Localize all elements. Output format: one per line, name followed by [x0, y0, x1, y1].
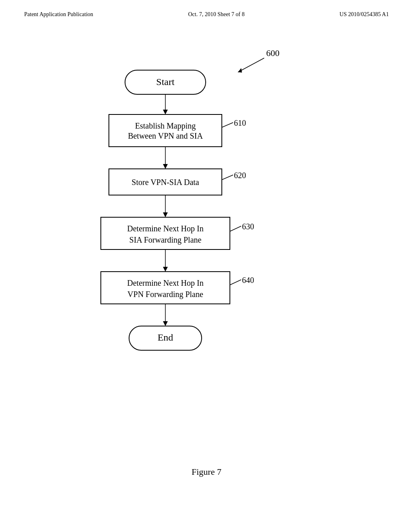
- ref-610-label: 610: [234, 118, 246, 127]
- node-640: [101, 272, 230, 304]
- header-left: Patent Application Publication: [24, 11, 93, 18]
- svg-marker-3: [163, 110, 168, 114]
- ref-600-label: 600: [266, 48, 280, 58]
- end-label: End: [158, 332, 173, 343]
- svg-line-13: [230, 280, 241, 285]
- svg-marker-1: [238, 68, 242, 73]
- node-630-line1: Determine Next Hop In: [127, 224, 203, 233]
- header-center: Oct. 7, 2010 Sheet 7 of 8: [188, 11, 244, 18]
- ref-630-label: 630: [242, 222, 254, 231]
- node-640-line2: VPN Forwarding Plane: [127, 290, 203, 299]
- start-label: Start: [156, 77, 175, 87]
- header: Patent Application Publication Oct. 7, 2…: [0, 0, 413, 18]
- svg-line-0: [238, 58, 264, 72]
- svg-marker-9: [163, 212, 168, 217]
- node-610: [109, 114, 222, 147]
- node-640-line1: Determine Next Hop In: [127, 278, 203, 288]
- svg-marker-15: [163, 321, 168, 326]
- figure-caption: Figure 7: [0, 467, 413, 477]
- node-630-line2: SIA Forwarding Plane: [129, 235, 202, 245]
- svg-line-7: [222, 175, 233, 180]
- svg-marker-12: [163, 267, 168, 272]
- node-610-line1: Establish Mapping: [135, 121, 196, 131]
- node-630: [101, 217, 230, 249]
- svg-line-10: [230, 226, 241, 231]
- node-610-line2: Between VPN and SIA: [128, 131, 203, 140]
- ref-620-label: 620: [234, 171, 246, 180]
- header-right: US 2010/0254385 A1: [340, 11, 389, 18]
- diagram-container: 600 Start Establish Mapping Between VPN …: [0, 18, 413, 493]
- svg-marker-6: [163, 164, 168, 169]
- svg-line-4: [222, 123, 233, 127]
- ref-640-label: 640: [242, 276, 254, 285]
- node-620-label: Store VPN-SIA Data: [131, 178, 199, 187]
